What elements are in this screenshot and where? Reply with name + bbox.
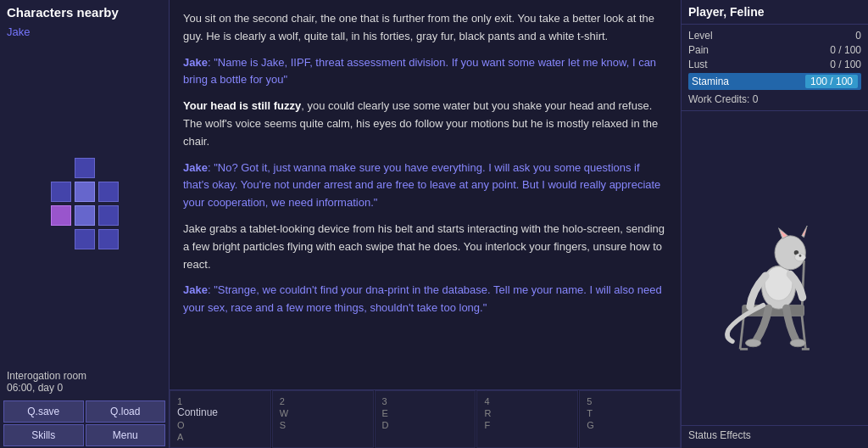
choice-5-key2: G [587, 420, 673, 430]
player-header: Player, Feline [682, 0, 868, 25]
status-effects: Status Effects [682, 425, 868, 448]
map-cell [98, 182, 119, 202]
lust-label: Lust [688, 59, 748, 70]
choice-2-key2: S [280, 420, 366, 430]
level-value: 0 [855, 30, 861, 42]
map-cell [98, 229, 119, 249]
map-cell [75, 182, 95, 202]
story-para-4: Jake: "No? Got it, just wanna make sure … [183, 160, 667, 212]
choice-2[interactable]: 2 W S [272, 390, 374, 448]
room-time: 06:00, day 0 [7, 382, 162, 394]
player-name: Player, Feline [688, 5, 861, 19]
map-cell [75, 158, 95, 178]
choice-3[interactable]: 3 E D [375, 390, 476, 448]
svg-point-17 [790, 339, 805, 347]
choice-3-number: 3 [382, 396, 469, 406]
choice-1[interactable]: 1 Continue O A [170, 390, 271, 448]
left-panel: Characters nearby Jake Interogation room… [0, 0, 170, 448]
choice-2-key: W [280, 408, 366, 418]
choice-1-text: Continue [177, 406, 264, 418]
map-cell [98, 158, 119, 178]
choice-5[interactable]: 5 T G [579, 390, 681, 448]
qload-button[interactable]: Q.load [86, 400, 166, 423]
characters-header: Characters nearby [0, 0, 169, 22]
stamina-value: 100 / 100 [805, 75, 858, 88]
choices-grid: 1 Continue O A 2 W S 3 E D 4 [170, 390, 681, 448]
main-panel: You sit on the second chair, the one tha… [170, 0, 682, 448]
qsave-button[interactable]: Q.save [3, 400, 84, 423]
action-buttons: Q.save Q.load Skills Menu [0, 399, 169, 448]
stat-row-stamina: Stamina 100 / 100 [688, 73, 861, 90]
status-effects-label: Status Effects [688, 429, 861, 441]
choice-4-number: 4 [484, 396, 570, 406]
map-cell [75, 205, 95, 226]
svg-point-15 [799, 255, 802, 257]
characters-title: Characters nearby [7, 5, 162, 20]
choices-area: 1 Continue O A 2 W S 3 E D 4 [170, 389, 681, 448]
choice-1-key: O [177, 420, 264, 430]
story-para-2: Jake: "Name is Jake, IIPF, threat assess… [183, 54, 667, 90]
map-cell [51, 229, 71, 249]
room-name: Interogation room [7, 370, 162, 382]
choice-5-key: T [587, 408, 673, 418]
skills-button[interactable]: Skills [3, 424, 84, 446]
choice-3-key: E [382, 408, 469, 418]
map-cell [51, 182, 71, 202]
choice-4[interactable]: 4 R F [476, 390, 578, 448]
character-svg [707, 183, 843, 353]
svg-point-8 [775, 236, 805, 270]
choice-1-number: 1 [177, 396, 264, 406]
lust-value: 0 / 100 [830, 59, 861, 70]
right-panel: Player, Feline Level 0 Pain 0 / 100 Lust… [682, 0, 868, 448]
choice-4-key2: F [484, 420, 570, 430]
map-cell-current [51, 205, 71, 226]
story-text[interactable]: You sit on the second chair, the one tha… [170, 0, 681, 389]
level-label: Level [688, 30, 748, 42]
choice-3-key2: D [382, 420, 469, 430]
pain-label: Pain [688, 44, 748, 56]
svg-point-16 [745, 339, 760, 347]
choice-4-key: R [484, 408, 570, 418]
map-grid [51, 158, 119, 249]
stat-row-pain: Pain 0 / 100 [688, 44, 861, 56]
menu-button[interactable]: Menu [86, 424, 166, 446]
character-jake-link[interactable]: Jake [7, 25, 30, 38]
choice-2-number: 2 [280, 396, 366, 406]
room-info: Interogation room 06:00, day 0 [0, 367, 169, 399]
work-credits: Work Credits: 0 [688, 93, 861, 105]
stats-area: Level 0 Pain 0 / 100 Lust 0 / 100 Stamin… [682, 25, 868, 111]
choice-1-key2: A [177, 432, 264, 442]
story-para-3: Your head is still fuzzy, you could clea… [183, 98, 667, 150]
characters-list: Jake [0, 22, 169, 41]
stamina-label: Stamina [692, 76, 751, 87]
map-cell [75, 229, 95, 249]
story-para-5: Jake grabs a tablet-looking device from … [183, 221, 667, 273]
stat-row-lust: Lust 0 / 100 [688, 59, 861, 70]
svg-marker-10 [802, 226, 807, 238]
story-para-1: You sit on the second chair, the one tha… [183, 10, 667, 46]
story-para-6: Jake: "Strange, we couldn't find your dn… [183, 282, 667, 317]
map-cell [98, 205, 119, 226]
choice-5-number: 5 [587, 396, 673, 406]
map-area [0, 41, 169, 367]
stat-row-level: Level 0 [688, 30, 861, 42]
map-cell [51, 158, 71, 178]
pain-value: 0 / 100 [830, 44, 861, 56]
character-image [682, 111, 868, 425]
